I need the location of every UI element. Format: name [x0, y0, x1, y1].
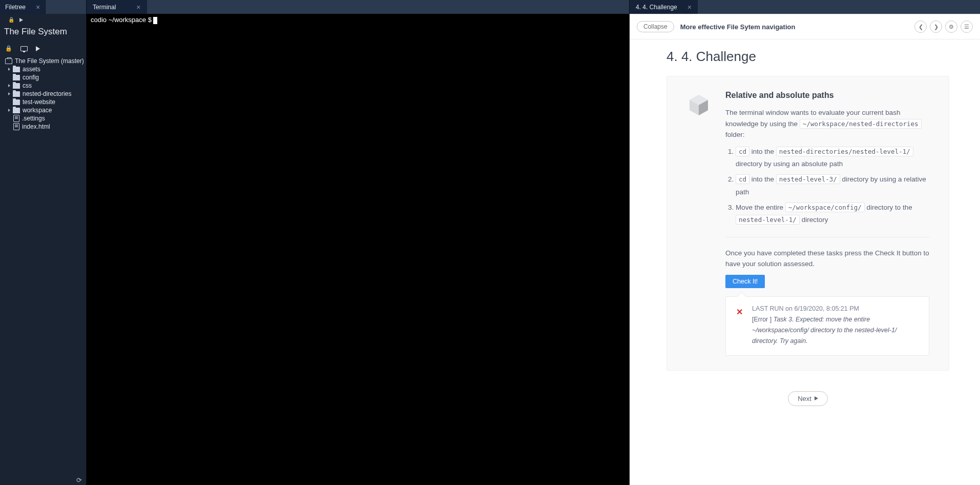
folder-icon	[13, 83, 20, 89]
tree-item-label: workspace	[23, 107, 52, 114]
result-box: ✕ LAST RUN on 6/19/2020, 8:05:21 PM [Err…	[725, 296, 929, 356]
collapse-button[interactable]: Collapse	[637, 21, 674, 32]
tree-folder-nested-directories[interactable]: nested-directories	[0, 90, 86, 98]
gear-icon[interactable]: ⚙	[945, 21, 957, 33]
tree-root-label: The File System (master)	[15, 57, 84, 65]
briefcase-icon	[5, 58, 12, 64]
filetree-panel: Filetree × 🔒 The File System 🔒 The File …	[0, 0, 86, 485]
completed-text: Once you have completed these tasks pres…	[725, 248, 929, 270]
guide-body: Collapse More effective File Sytem navig…	[630, 14, 980, 485]
tree-folder-assets[interactable]: assets	[0, 65, 86, 73]
guide-header: Collapse More effective File Sytem navig…	[630, 14, 980, 39]
card-title: Relative and absolute paths	[725, 91, 929, 100]
tree-root[interactable]: The File System (master)	[0, 57, 86, 65]
terminal-tab-bar: Terminal ×	[87, 0, 629, 14]
cube-icon	[686, 93, 711, 117]
code-snippet: cd	[736, 147, 749, 156]
caret-icon	[8, 109, 10, 112]
code-snippet: nested-level-3/	[776, 174, 840, 184]
code-snippet: ~/workspace/config/	[785, 203, 865, 212]
code-snippet: ~/workspace/nested-directories	[800, 119, 922, 129]
tree-item-label: .settings	[22, 115, 45, 122]
close-icon[interactable]: ×	[36, 3, 40, 11]
project-title: The File System	[4, 26, 82, 38]
prev-page-button[interactable]: ❮	[914, 21, 927, 33]
code-snippet: nested-directories/nested-level-1/	[776, 147, 913, 156]
last-run-time: on 6/19/2020, 8:05:21 PM	[784, 305, 859, 312]
caret-icon	[8, 68, 10, 71]
tree-folder-test-website[interactable]: test-website	[0, 98, 86, 106]
page-title: 4. 4. Challenge	[666, 49, 949, 65]
result-text: LAST RUN on 6/19/2020, 8:05:21 PM [Error…	[752, 305, 919, 347]
tree-folder-css[interactable]: css	[0, 82, 86, 90]
folder-icon	[13, 75, 20, 80]
terminal-prompt: codio ~/workspace $	[91, 16, 153, 24]
lock-icon[interactable]: 🔒	[8, 17, 14, 23]
fail-icon: ✕	[736, 307, 743, 347]
file-tree[interactable]: The File System (master) assets config c…	[0, 55, 86, 475]
tree-item-label: assets	[23, 66, 40, 73]
caret-icon	[8, 84, 10, 87]
project-header: 🔒 The File System	[0, 14, 86, 42]
filetree-tab[interactable]: Filetree ×	[0, 0, 46, 14]
menu-icon[interactable]: ☰	[961, 21, 973, 33]
terminal[interactable]: codio ~/workspace $	[87, 14, 629, 485]
folder-icon	[13, 67, 20, 72]
challenge-steps: cd into the nested-directories/nested-le…	[725, 146, 929, 227]
guide-tab-label: 4. 4. Challenge	[636, 4, 677, 11]
play-icon[interactable]	[19, 18, 23, 22]
monitor-icon[interactable]	[20, 46, 28, 51]
intro-paragraph: The terminal window wants to evaluate yo…	[725, 107, 929, 140]
tree-file-index-html[interactable]: index.html	[0, 123, 86, 131]
next-button[interactable]: Next	[788, 391, 828, 406]
file-icon	[13, 123, 19, 130]
tree-item-label: test-website	[23, 98, 55, 106]
code-snippet: nested-level-1/	[736, 215, 800, 225]
next-button-label: Next	[798, 395, 811, 402]
terminal-tab[interactable]: Terminal ×	[87, 0, 147, 14]
next-page-button[interactable]: ❯	[930, 21, 942, 33]
tree-item-label: nested-directories	[23, 90, 71, 97]
tree-folder-workspace[interactable]: workspace	[0, 106, 86, 114]
guide-content: 4. 4. Challenge Relative and absolute pa…	[630, 39, 980, 427]
folder-icon	[13, 99, 20, 105]
tree-folder-config[interactable]: config	[0, 73, 86, 82]
tree-file-settings[interactable]: .settings	[0, 114, 86, 123]
tree-item-label: index.html	[22, 123, 50, 130]
check-it-button[interactable]: Check It!	[725, 275, 765, 288]
filetree-footer: ⟳	[0, 475, 86, 485]
folder-icon	[13, 108, 20, 113]
folder-icon	[13, 91, 20, 97]
guide-panel: 4. 4. Challenge × Collapse More effectiv…	[630, 0, 980, 485]
close-icon[interactable]: ×	[136, 3, 140, 11]
cursor-icon	[153, 17, 157, 24]
tree-item-label: css	[23, 82, 32, 89]
terminal-panel: Terminal × codio ~/workspace $	[86, 0, 630, 485]
refresh-icon[interactable]: ⟳	[76, 476, 82, 484]
last-run-label: LAST RUN	[752, 305, 784, 312]
step-1: cd into the nested-directories/nested-le…	[736, 146, 929, 171]
play-icon	[815, 396, 818, 400]
filetree-tab-bar: Filetree ×	[0, 0, 86, 14]
guide-breadcrumb: More effective File Sytem navigation	[680, 23, 796, 31]
tree-item-label: config	[23, 74, 39, 81]
filetree-toolbar: 🔒	[0, 42, 86, 55]
challenge-card: Relative and absolute paths The terminal…	[666, 76, 949, 371]
error-message: Task 3. Expected: move the entire ~/work…	[752, 316, 896, 345]
file-icon	[13, 115, 19, 122]
close-icon[interactable]: ×	[687, 3, 692, 11]
divider	[725, 237, 929, 237]
step-2: cd into the nested-level-3/ directory by…	[736, 173, 929, 198]
step-3: Move the entire ~/workspace/config/ dire…	[736, 201, 929, 227]
caret-icon	[8, 92, 10, 95]
error-prefix: [Error ]	[752, 316, 774, 323]
play-icon[interactable]	[36, 46, 40, 51]
code-snippet: cd	[736, 174, 749, 184]
lock-icon[interactable]: 🔒	[5, 45, 12, 52]
guide-tab-bar: 4. 4. Challenge ×	[630, 0, 980, 14]
project-header-icons: 🔒	[4, 16, 82, 26]
filetree-tab-label: Filetree	[5, 4, 26, 11]
terminal-tab-label: Terminal	[93, 4, 116, 11]
guide-header-icons: ❮ ❯ ⚙ ☰	[914, 21, 973, 33]
guide-tab[interactable]: 4. 4. Challenge ×	[630, 0, 698, 14]
